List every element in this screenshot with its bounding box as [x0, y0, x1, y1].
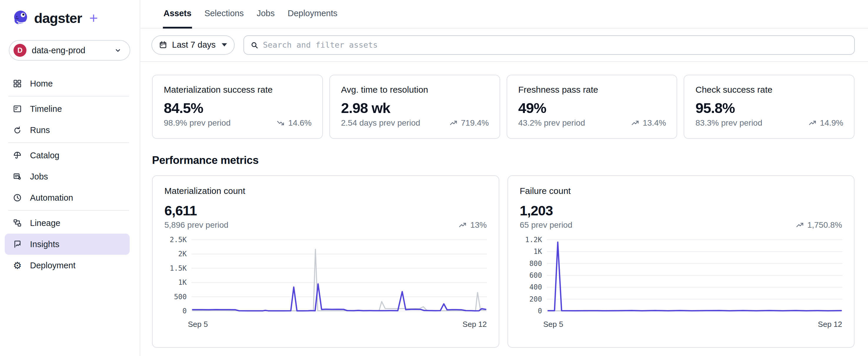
insights-icon: [12, 239, 22, 249]
tab-jobs[interactable]: Jobs: [256, 0, 275, 29]
section-title: Performance metrics: [152, 154, 855, 167]
chart-delta: 1,750.8%: [796, 220, 842, 230]
sidebar-item-lineage[interactable]: Lineage: [5, 212, 130, 234]
dagster-octopus-icon: [12, 9, 29, 27]
chart-area: 02004006008001K1.2K: [520, 237, 842, 315]
chart-delta-value: 13%: [470, 220, 487, 230]
sidebar-item-automation[interactable]: Automation: [5, 187, 130, 208]
y-tick-label: 400: [529, 283, 542, 291]
chart-card: Failure count 1,203 65 prev period 1,750…: [507, 175, 855, 348]
sidebar-item-label: Runs: [30, 125, 50, 135]
metric-delta: 14.9%: [808, 118, 843, 128]
sidebar-divider: [8, 142, 129, 143]
workspace-avatar: D: [13, 44, 27, 57]
automation-icon: [12, 193, 22, 203]
chart-y-axis: 02004006008001K1.2K: [520, 237, 547, 315]
sidebar-item-label: Automation: [30, 193, 73, 203]
content: Materialization success rate 84.5% 98.9%…: [140, 62, 868, 356]
sidebar-nav: Home Timeline Runs Catalog Jobs Automati…: [0, 73, 140, 276]
sidebar-item-label: Home: [30, 79, 53, 89]
chart-title: Failure count: [520, 186, 842, 196]
metric-title: Check success rate: [695, 85, 843, 95]
brand-plus-badge: +: [89, 9, 98, 27]
y-tick-label: 1.2K: [525, 236, 542, 244]
calendar-icon: [158, 40, 167, 50]
sidebar-item-label: Lineage: [30, 218, 60, 228]
y-tick-label: 1K: [534, 247, 542, 256]
tab-assets[interactable]: Assets: [163, 0, 192, 29]
metric-value: 2.98 wk: [341, 100, 489, 116]
metric-value: 84.5%: [164, 100, 312, 116]
chart-card: Materialization count 6,611 5,896 prev p…: [152, 175, 499, 348]
y-tick-label: 2.5K: [170, 236, 187, 244]
trend-up-icon: [458, 221, 467, 230]
chart-value: 6,611: [164, 202, 487, 218]
deployment-switcher[interactable]: D data-eng-prod: [9, 40, 130, 61]
metric-prev-period: 43.2% prev period: [518, 118, 585, 128]
y-tick-label: 200: [529, 295, 542, 303]
sidebar-divider: [8, 210, 129, 211]
search-input[interactable]: [263, 40, 848, 50]
sidebar-item-insights[interactable]: Insights: [5, 234, 130, 255]
metric-prev-period: 83.3% prev period: [695, 118, 762, 128]
sidebar: dagster + D data-eng-prod Home Timeline …: [0, 0, 140, 356]
brand-name: dagster: [34, 10, 82, 26]
filterbar: Last 7 days: [140, 29, 868, 62]
app-root: dagster + D data-eng-prod Home Timeline …: [0, 0, 868, 356]
chart-title: Materialization count: [164, 186, 487, 196]
main-area: Assets Selections Jobs Deployments Last …: [140, 0, 868, 356]
chevron-down-icon: [114, 46, 122, 54]
chart-delta: 13%: [458, 220, 487, 230]
sidebar-item-label: Deployment: [30, 261, 75, 270]
sidebar-item-deployment[interactable]: ⚙ Deployment: [5, 255, 130, 276]
brand-logo[interactable]: dagster +: [0, 8, 140, 27]
sidebar-item-runs[interactable]: Runs: [5, 119, 130, 141]
tab-selections[interactable]: Selections: [204, 0, 244, 29]
date-range-label: Last 7 days: [172, 40, 216, 50]
workspace-name: data-eng-prod: [32, 46, 108, 55]
chart-value: 1,203: [520, 202, 842, 218]
sidebar-item-home[interactable]: Home: [5, 73, 130, 94]
y-tick-label: 1K: [178, 278, 187, 287]
home-icon: [12, 79, 22, 89]
sidebar-divider: [8, 96, 129, 96]
sidebar-item-timeline[interactable]: Timeline: [5, 98, 130, 119]
tab-deployments[interactable]: Deployments: [287, 0, 338, 29]
trend-up-icon: [449, 119, 458, 127]
metric-title: Avg. time to resolution: [341, 85, 489, 95]
chart-area: 05001K1.5K2K2.5K: [164, 237, 487, 315]
sidebar-item-label: Jobs: [30, 172, 48, 181]
lineage-icon: [12, 218, 22, 228]
chart-plot: [547, 237, 842, 315]
summary-grid: Materialization success rate 84.5% 98.9%…: [152, 75, 855, 139]
sidebar-item-catalog[interactable]: Catalog: [5, 145, 130, 166]
y-tick-label: 1.5K: [170, 264, 187, 272]
timeline-icon: [12, 104, 22, 114]
metric-value: 49%: [518, 100, 666, 116]
x-axis-end-label: Sep 12: [463, 320, 487, 329]
y-tick-label: 2K: [178, 250, 187, 258]
sidebar-item-label: Catalog: [30, 151, 59, 160]
metric-delta-value: 719.4%: [461, 118, 489, 128]
metric-delta: 719.4%: [449, 118, 489, 128]
charts-grid: Materialization count 6,611 5,896 prev p…: [152, 175, 855, 348]
trend-down-icon: [276, 119, 285, 127]
trend-up-icon: [796, 221, 805, 230]
deployment-icon: ⚙: [12, 260, 22, 270]
date-range-button[interactable]: Last 7 days: [151, 35, 235, 55]
metric-card: Avg. time to resolution 2.98 wk 2.54 day…: [329, 75, 500, 139]
metric-delta: 14.6%: [276, 118, 311, 128]
metric-value: 95.8%: [695, 100, 843, 116]
metric-card: Materialization success rate 84.5% 98.9%…: [152, 75, 323, 139]
catalog-icon: [12, 150, 22, 160]
x-axis-start-label: Sep 5: [188, 320, 208, 329]
metric-delta: 13.4%: [631, 118, 666, 128]
metric-delta-value: 13.4%: [643, 118, 666, 128]
tabbar: Assets Selections Jobs Deployments: [140, 0, 868, 29]
dropdown-caret-icon: [222, 43, 227, 47]
metric-delta-value: 14.9%: [820, 118, 843, 128]
chart-delta-value: 1,750.8%: [807, 220, 842, 230]
sidebar-item-label: Insights: [30, 239, 59, 249]
sidebar-item-jobs[interactable]: Jobs: [5, 166, 130, 187]
x-axis-end-label: Sep 12: [818, 320, 842, 329]
